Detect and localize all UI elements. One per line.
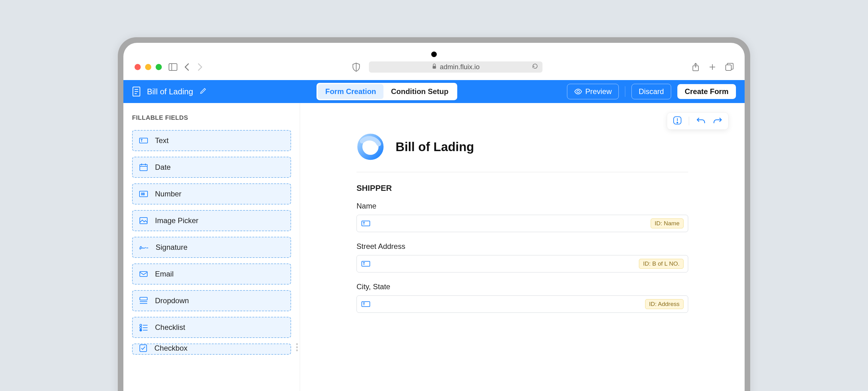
field-type-text[interactable]: Text [132, 130, 291, 151]
svg-rect-26 [140, 272, 147, 277]
field-type-checkbox[interactable]: Checkbox [132, 343, 291, 355]
svg-rect-0 [169, 64, 177, 71]
checkbox-icon [139, 344, 148, 353]
text-icon [139, 137, 148, 145]
form-canvas: Bill of Lading SHIPPER Name ID: Name [300, 103, 745, 391]
divider [625, 86, 625, 97]
checklist-icon [139, 323, 148, 331]
app-body: FILLABLE FIELDS Text Date Number Image P… [123, 103, 745, 391]
tab-condition-setup[interactable]: Condition Setup [383, 84, 456, 99]
share-icon[interactable] [692, 63, 700, 72]
document-header: Bill of Lading [356, 133, 688, 172]
divider [689, 117, 689, 125]
canvas-toolbar [667, 112, 728, 130]
svg-point-39 [677, 122, 678, 123]
section-title: SHIPPER [356, 184, 688, 193]
form-field-street: Street Address ID: B of L NO. [356, 242, 688, 273]
svg-rect-25 [140, 218, 147, 224]
field-type-dropdown[interactable]: Dropdown [132, 290, 291, 311]
field-type-date[interactable]: Date [132, 157, 291, 178]
eye-icon [574, 88, 582, 95]
redo-icon[interactable] [713, 116, 723, 126]
forward-button[interactable] [197, 63, 203, 72]
image-icon [139, 217, 148, 225]
svg-point-12 [577, 90, 579, 93]
camera-dot [431, 52, 437, 57]
mode-tabs: Form Creation Condition Setup [316, 83, 457, 100]
field-id-badge: ID: Address [645, 299, 684, 309]
field-type-email[interactable]: Email [132, 263, 291, 284]
document-title: Bill of Lading [396, 140, 474, 154]
app-header: Bill of Lading Form Creation Condition S… [123, 80, 745, 103]
browser-chrome: admin.fluix.io [123, 43, 745, 80]
privacy-shield-icon[interactable] [352, 62, 360, 72]
text-icon [361, 260, 370, 268]
form-field-name: Name ID: Name [356, 202, 688, 232]
document-icon [132, 86, 141, 97]
svg-rect-36 [140, 345, 147, 352]
signature-icon [139, 244, 149, 251]
minimize-window-button[interactable] [145, 64, 151, 70]
dropdown-icon [139, 296, 148, 305]
back-button[interactable] [184, 63, 190, 72]
sidebar-toggle-icon[interactable] [168, 63, 177, 71]
window-controls [134, 64, 162, 70]
field-label: City, State [356, 282, 688, 291]
url-text: admin.fluix.io [440, 63, 479, 71]
svg-rect-27 [140, 297, 147, 300]
address-bar[interactable]: admin.fluix.io [369, 61, 542, 73]
calendar-icon [139, 163, 148, 172]
discard-button[interactable]: Discard [631, 84, 671, 99]
tablet-frame: admin.fluix.io [118, 37, 750, 391]
svg-rect-7 [726, 65, 731, 71]
company-logo [356, 133, 384, 161]
svg-rect-3 [432, 66, 436, 68]
tabs-icon[interactable] [725, 63, 734, 71]
svg-point-32 [140, 329, 142, 331]
form-document: Bill of Lading SHIPPER Name ID: Name [356, 133, 688, 313]
email-icon [139, 270, 148, 278]
svg-rect-16 [140, 165, 147, 171]
field-type-checklist[interactable]: Checklist [132, 317, 291, 338]
sidebar-title: FILLABLE FIELDS [132, 114, 291, 121]
lock-icon [432, 63, 437, 71]
svg-rect-41 [362, 221, 370, 226]
new-tab-icon[interactable] [709, 63, 716, 71]
field-id-badge: ID: Name [651, 219, 684, 228]
create-form-button[interactable]: Create Form [677, 84, 736, 99]
undo-icon[interactable] [696, 116, 706, 126]
edit-title-icon[interactable] [199, 87, 207, 96]
svg-point-31 [140, 327, 142, 329]
field-label: Street Address [356, 242, 688, 251]
sidebar: FILLABLE FIELDS Text Date Number Image P… [123, 103, 300, 391]
field-type-number[interactable]: Number [132, 184, 291, 204]
field-type-image-picker[interactable]: Image Picker [132, 210, 291, 231]
svg-point-30 [140, 324, 142, 326]
number-icon [139, 190, 148, 198]
svg-rect-13 [140, 138, 148, 143]
refresh-icon[interactable] [532, 63, 538, 71]
field-type-signature[interactable]: Signature [132, 237, 291, 258]
drag-handle-icon[interactable] [296, 343, 298, 351]
field-id-badge: ID: B of L NO. [639, 259, 684, 269]
preview-button[interactable]: Preview [567, 84, 619, 99]
svg-rect-47 [362, 302, 370, 307]
form-title: Bill of Lading [147, 87, 193, 96]
text-icon [361, 300, 370, 308]
info-icon[interactable] [673, 116, 682, 126]
close-window-button[interactable] [134, 64, 141, 70]
text-icon [361, 220, 370, 227]
svg-rect-44 [362, 261, 370, 266]
tablet-screen: admin.fluix.io [123, 43, 745, 391]
field-input-street[interactable]: ID: B of L NO. [356, 255, 688, 273]
form-field-city: City, State ID: Address [356, 282, 688, 313]
tab-form-creation[interactable]: Form Creation [318, 84, 383, 99]
field-label: Name [356, 202, 688, 211]
maximize-window-button[interactable] [156, 64, 162, 70]
field-input-city[interactable]: ID: Address [356, 296, 688, 313]
field-input-name[interactable]: ID: Name [356, 215, 688, 232]
